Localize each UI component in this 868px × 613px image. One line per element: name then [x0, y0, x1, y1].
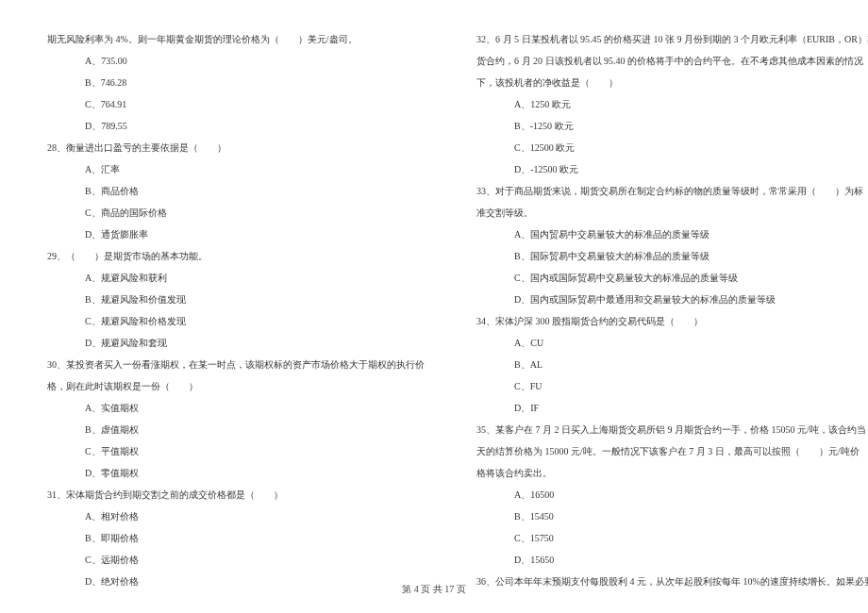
q34-option-d: D、IF	[476, 397, 868, 419]
right-column: 32、6 月 5 日某投机者以 95.45 的价格买进 10 张 9 月份到期的…	[476, 28, 868, 592]
q35-option-a: A、16500	[476, 484, 868, 505]
q30-text-line2: 格，则在此时该期权是一份（ ）	[47, 375, 425, 397]
q28-option-c: C、商品的国际价格	[47, 202, 425, 224]
q32-text-line1: 32、6 月 5 日某投机者以 95.45 的价格买进 10 张 9 月份到期的…	[476, 28, 868, 50]
q30-text-line1: 30、某投资者买入一份看涨期权，在某一时点，该期权标的资产市场价格大于期权的执行…	[47, 354, 425, 375]
q32-text-line3: 下，该投机者的净收益是（ ）	[476, 72, 868, 93]
q30-option-d: D、零值期权	[47, 462, 425, 484]
document-columns: 期无风险利率为 4%。则一年期黄金期货的理论价格为（ ）美元/盎司。 A、735…	[47, 28, 821, 592]
q28-option-a: A、汇率	[47, 158, 425, 180]
q34-option-c: C、FU	[476, 375, 868, 397]
q31-option-a: A、相对价格	[47, 505, 425, 527]
q29-option-d: D、规避风险和套现	[47, 332, 425, 354]
left-column: 期无风险利率为 4%。则一年期黄金期货的理论价格为（ ）美元/盎司。 A、735…	[47, 28, 425, 592]
q27-option-d: D、789.55	[47, 115, 425, 137]
q32-option-c: C、12500 欧元	[476, 137, 868, 158]
q30-option-a: A、实值期权	[47, 397, 425, 419]
q35-option-c: C、15750	[476, 527, 868, 549]
q28-option-d: D、通货膨胀率	[47, 224, 425, 245]
q33-text-line2: 准交割等级。	[476, 202, 868, 224]
q34-option-b: B、AL	[476, 354, 868, 375]
q35-option-d: D、15650	[476, 549, 868, 571]
q35-text-line3: 格将该合约卖出。	[476, 462, 868, 484]
q33-text-line1: 33、对于商品期货来说，期货交易所在制定合约标的物的质量等级时，常常采用（ ）为…	[476, 180, 868, 202]
q32-option-a: A、1250 欧元	[476, 93, 868, 115]
q32-option-b: B、-1250 欧元	[476, 115, 868, 137]
q33-option-d: D、国内或国际贸易中最通用和交易量较大的标准品的质量等级	[476, 289, 868, 310]
q34-text: 34、宋体沪深 300 股指期货合约的交易代码是（ ）	[476, 310, 868, 332]
q27-option-b: B、746.28	[47, 72, 425, 93]
q35-option-b: B、15450	[476, 505, 868, 527]
q35-text-line2: 天的结算价格为 15000 元/吨。一般情况下该客户在 7 月 3 日，最高可以…	[476, 440, 868, 462]
q33-option-c: C、国内或国际贸易中交易量较大的标准品的质量等级	[476, 267, 868, 289]
q29-text: 29、（ ）是期货市场的基本功能。	[47, 245, 425, 267]
q29-option-a: A、规避风险和获利	[47, 267, 425, 289]
q30-option-b: B、虚值期权	[47, 419, 425, 440]
q27-option-c: C、764.91	[47, 93, 425, 115]
q32-text-line2: 货合约，6 月 20 日该投机者以 95.40 的价格将手中的合约平仓。在不考虑…	[476, 50, 868, 72]
q33-option-b: B、国际贸易中交易量较大的标准品的质量等级	[476, 245, 868, 267]
q29-option-c: C、规避风险和价格发现	[47, 310, 425, 332]
q34-option-a: A、CU	[476, 332, 868, 354]
q28-option-b: B、商品价格	[47, 180, 425, 202]
q30-option-c: C、平值期权	[47, 440, 425, 462]
q28-text: 28、衡量进出口盈亏的主要依据是（ ）	[47, 137, 425, 158]
q31-option-c: C、远期价格	[47, 549, 425, 571]
page-footer: 第 4 页 共 17 页	[0, 583, 868, 596]
q31-option-b: B、即期价格	[47, 527, 425, 549]
q32-option-d: D、-12500 欧元	[476, 158, 868, 180]
q35-text-line1: 35、某客户在 7 月 2 日买入上海期货交易所铝 9 月期货合约一手，价格 1…	[476, 419, 868, 440]
q29-option-b: B、规避风险和价值发现	[47, 289, 425, 310]
q33-option-a: A、国内贸易中交易量较大的标准品的质量等级	[476, 224, 868, 245]
q31-text: 31、宋体期货合约到期交割之前的成交价格都是（ ）	[47, 484, 425, 505]
q27-option-a: A、735.00	[47, 50, 425, 72]
q27-continuation: 期无风险利率为 4%。则一年期黄金期货的理论价格为（ ）美元/盎司。	[47, 28, 425, 50]
